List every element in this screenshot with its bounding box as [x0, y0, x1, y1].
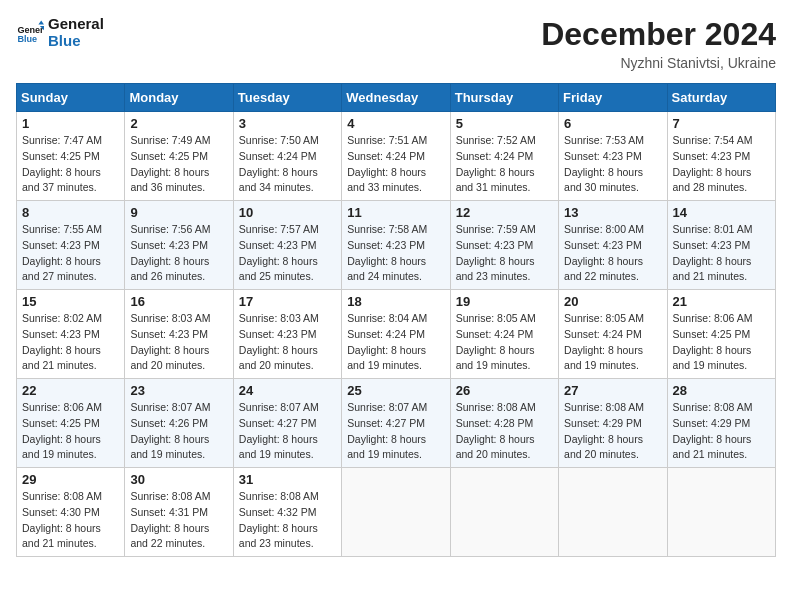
day-number: 18 — [347, 294, 444, 309]
page-header: General Blue General Blue December 2024 … — [16, 16, 776, 71]
day-info: Sunrise: 8:06 AM Sunset: 4:25 PM Dayligh… — [22, 400, 119, 463]
day-info: Sunrise: 8:06 AM Sunset: 4:25 PM Dayligh… — [673, 311, 770, 374]
day-number: 9 — [130, 205, 227, 220]
day-info: Sunrise: 8:07 AM Sunset: 4:27 PM Dayligh… — [239, 400, 336, 463]
day-info: Sunrise: 8:04 AM Sunset: 4:24 PM Dayligh… — [347, 311, 444, 374]
calendar-day-cell: 28 Sunrise: 8:08 AM Sunset: 4:29 PM Dayl… — [667, 379, 775, 468]
calendar-day-cell: 12 Sunrise: 7:59 AM Sunset: 4:23 PM Dayl… — [450, 201, 558, 290]
day-number: 15 — [22, 294, 119, 309]
day-number: 30 — [130, 472, 227, 487]
day-number: 12 — [456, 205, 553, 220]
day-number: 17 — [239, 294, 336, 309]
calendar-week-row: 29 Sunrise: 8:08 AM Sunset: 4:30 PM Dayl… — [17, 468, 776, 557]
day-number: 4 — [347, 116, 444, 131]
calendar-week-row: 15 Sunrise: 8:02 AM Sunset: 4:23 PM Dayl… — [17, 290, 776, 379]
calendar-day-cell: 2 Sunrise: 7:49 AM Sunset: 4:25 PM Dayli… — [125, 112, 233, 201]
day-info: Sunrise: 8:08 AM Sunset: 4:29 PM Dayligh… — [673, 400, 770, 463]
day-info: Sunrise: 8:01 AM Sunset: 4:23 PM Dayligh… — [673, 222, 770, 285]
day-info: Sunrise: 8:08 AM Sunset: 4:32 PM Dayligh… — [239, 489, 336, 552]
day-number: 26 — [456, 383, 553, 398]
logo-text-blue: Blue — [48, 33, 104, 50]
calendar-day-cell: 27 Sunrise: 8:08 AM Sunset: 4:29 PM Dayl… — [559, 379, 667, 468]
day-info: Sunrise: 8:03 AM Sunset: 4:23 PM Dayligh… — [239, 311, 336, 374]
logo-icon: General Blue — [16, 19, 44, 47]
day-info: Sunrise: 7:47 AM Sunset: 4:25 PM Dayligh… — [22, 133, 119, 196]
day-number: 28 — [673, 383, 770, 398]
day-info: Sunrise: 8:08 AM Sunset: 4:30 PM Dayligh… — [22, 489, 119, 552]
month-title: December 2024 — [541, 16, 776, 53]
calendar-day-cell: 23 Sunrise: 8:07 AM Sunset: 4:26 PM Dayl… — [125, 379, 233, 468]
calendar-day-cell — [342, 468, 450, 557]
calendar-day-cell: 13 Sunrise: 8:00 AM Sunset: 4:23 PM Dayl… — [559, 201, 667, 290]
day-number: 31 — [239, 472, 336, 487]
day-info: Sunrise: 7:56 AM Sunset: 4:23 PM Dayligh… — [130, 222, 227, 285]
calendar-day-cell: 14 Sunrise: 8:01 AM Sunset: 4:23 PM Dayl… — [667, 201, 775, 290]
day-info: Sunrise: 8:08 AM Sunset: 4:28 PM Dayligh… — [456, 400, 553, 463]
weekday-header-tuesday: Tuesday — [233, 84, 341, 112]
calendar-day-cell: 7 Sunrise: 7:54 AM Sunset: 4:23 PM Dayli… — [667, 112, 775, 201]
weekday-header-wednesday: Wednesday — [342, 84, 450, 112]
calendar-day-cell — [667, 468, 775, 557]
day-info: Sunrise: 8:07 AM Sunset: 4:27 PM Dayligh… — [347, 400, 444, 463]
calendar-day-cell: 8 Sunrise: 7:55 AM Sunset: 4:23 PM Dayli… — [17, 201, 125, 290]
calendar-day-cell: 16 Sunrise: 8:03 AM Sunset: 4:23 PM Dayl… — [125, 290, 233, 379]
day-number: 21 — [673, 294, 770, 309]
day-number: 1 — [22, 116, 119, 131]
svg-marker-2 — [38, 20, 44, 24]
calendar-day-cell: 24 Sunrise: 8:07 AM Sunset: 4:27 PM Dayl… — [233, 379, 341, 468]
calendar-week-row: 22 Sunrise: 8:06 AM Sunset: 4:25 PM Dayl… — [17, 379, 776, 468]
day-info: Sunrise: 7:50 AM Sunset: 4:24 PM Dayligh… — [239, 133, 336, 196]
calendar-day-cell: 18 Sunrise: 8:04 AM Sunset: 4:24 PM Dayl… — [342, 290, 450, 379]
calendar-day-cell: 3 Sunrise: 7:50 AM Sunset: 4:24 PM Dayli… — [233, 112, 341, 201]
svg-text:Blue: Blue — [17, 34, 37, 44]
day-info: Sunrise: 7:54 AM Sunset: 4:23 PM Dayligh… — [673, 133, 770, 196]
day-info: Sunrise: 8:07 AM Sunset: 4:26 PM Dayligh… — [130, 400, 227, 463]
calendar-day-cell: 9 Sunrise: 7:56 AM Sunset: 4:23 PM Dayli… — [125, 201, 233, 290]
weekday-header-sunday: Sunday — [17, 84, 125, 112]
calendar-day-cell: 10 Sunrise: 7:57 AM Sunset: 4:23 PM Dayl… — [233, 201, 341, 290]
calendar-day-cell: 20 Sunrise: 8:05 AM Sunset: 4:24 PM Dayl… — [559, 290, 667, 379]
calendar-day-cell: 17 Sunrise: 8:03 AM Sunset: 4:23 PM Dayl… — [233, 290, 341, 379]
calendar-day-cell: 25 Sunrise: 8:07 AM Sunset: 4:27 PM Dayl… — [342, 379, 450, 468]
day-number: 6 — [564, 116, 661, 131]
day-info: Sunrise: 8:08 AM Sunset: 4:29 PM Dayligh… — [564, 400, 661, 463]
day-number: 11 — [347, 205, 444, 220]
day-info: Sunrise: 7:57 AM Sunset: 4:23 PM Dayligh… — [239, 222, 336, 285]
day-number: 25 — [347, 383, 444, 398]
weekday-header-thursday: Thursday — [450, 84, 558, 112]
calendar-week-row: 1 Sunrise: 7:47 AM Sunset: 4:25 PM Dayli… — [17, 112, 776, 201]
calendar-day-cell: 6 Sunrise: 7:53 AM Sunset: 4:23 PM Dayli… — [559, 112, 667, 201]
day-number: 2 — [130, 116, 227, 131]
day-info: Sunrise: 8:02 AM Sunset: 4:23 PM Dayligh… — [22, 311, 119, 374]
day-number: 10 — [239, 205, 336, 220]
calendar-day-cell: 31 Sunrise: 8:08 AM Sunset: 4:32 PM Dayl… — [233, 468, 341, 557]
day-number: 3 — [239, 116, 336, 131]
day-info: Sunrise: 7:52 AM Sunset: 4:24 PM Dayligh… — [456, 133, 553, 196]
calendar-week-row: 8 Sunrise: 7:55 AM Sunset: 4:23 PM Dayli… — [17, 201, 776, 290]
logo-text-general: General — [48, 16, 104, 33]
day-number: 7 — [673, 116, 770, 131]
day-number: 23 — [130, 383, 227, 398]
day-info: Sunrise: 8:05 AM Sunset: 4:24 PM Dayligh… — [456, 311, 553, 374]
day-number: 19 — [456, 294, 553, 309]
calendar-day-cell: 1 Sunrise: 7:47 AM Sunset: 4:25 PM Dayli… — [17, 112, 125, 201]
day-number: 27 — [564, 383, 661, 398]
day-number: 16 — [130, 294, 227, 309]
day-info: Sunrise: 7:59 AM Sunset: 4:23 PM Dayligh… — [456, 222, 553, 285]
day-info: Sunrise: 7:49 AM Sunset: 4:25 PM Dayligh… — [130, 133, 227, 196]
day-number: 14 — [673, 205, 770, 220]
logo: General Blue General Blue — [16, 16, 104, 49]
day-info: Sunrise: 7:55 AM Sunset: 4:23 PM Dayligh… — [22, 222, 119, 285]
day-number: 13 — [564, 205, 661, 220]
day-info: Sunrise: 8:05 AM Sunset: 4:24 PM Dayligh… — [564, 311, 661, 374]
calendar-header-row: SundayMondayTuesdayWednesdayThursdayFrid… — [17, 84, 776, 112]
day-info: Sunrise: 8:00 AM Sunset: 4:23 PM Dayligh… — [564, 222, 661, 285]
weekday-header-saturday: Saturday — [667, 84, 775, 112]
calendar-day-cell — [450, 468, 558, 557]
calendar-day-cell: 4 Sunrise: 7:51 AM Sunset: 4:24 PM Dayli… — [342, 112, 450, 201]
title-block: December 2024 Nyzhni Stanivtsi, Ukraine — [541, 16, 776, 71]
calendar-day-cell: 29 Sunrise: 8:08 AM Sunset: 4:30 PM Dayl… — [17, 468, 125, 557]
calendar-body: 1 Sunrise: 7:47 AM Sunset: 4:25 PM Dayli… — [17, 112, 776, 557]
day-info: Sunrise: 8:03 AM Sunset: 4:23 PM Dayligh… — [130, 311, 227, 374]
calendar-day-cell: 26 Sunrise: 8:08 AM Sunset: 4:28 PM Dayl… — [450, 379, 558, 468]
